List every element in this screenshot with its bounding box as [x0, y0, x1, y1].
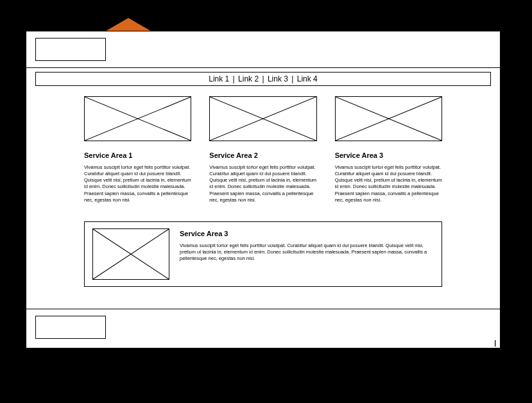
wireframe-page: Link 1 | Link 2 | Link 3 | Link 4 Servic… — [26, 31, 501, 348]
nav-link-3[interactable]: Link 3 — [268, 74, 288, 83]
image-placeholder-icon — [92, 228, 169, 280]
feature-description: Vivamus suscipit tortor eget felis portt… — [180, 243, 434, 262]
feature-title: Service Area 3 — [180, 230, 434, 237]
nav-link-2[interactable]: Link 2 — [238, 74, 259, 83]
service-card-3: Service Area 3 Vivamus suscipit tortor e… — [335, 96, 442, 203]
service-card-1: Service Area 1 Vivamus suscipit tortor e… — [84, 96, 191, 203]
service-title: Service Area 2 — [209, 151, 316, 159]
page-mark: | — [494, 339, 496, 347]
nav-bar: Link 1 | Link 2 | Link 3 | Link 4 — [35, 72, 491, 86]
image-placeholder-icon — [335, 96, 442, 141]
nav-separator: | — [291, 74, 293, 83]
service-description: Vivamus suscipit tortor eget felis portt… — [335, 164, 442, 203]
nav-link-4[interactable]: Link 4 — [297, 74, 318, 83]
nav-link-1[interactable]: Link 1 — [209, 74, 229, 83]
service-description: Vivamus suscipit tortor eget felis portt… — [209, 164, 316, 203]
footer-logo-placeholder — [35, 316, 106, 339]
logo-placeholder — [35, 38, 106, 61]
nav-separator: | — [233, 74, 235, 83]
header — [26, 31, 500, 68]
service-description: Vivamus suscipit tortor eget felis portt… — [84, 164, 191, 203]
feature-card: Service Area 3 Vivamus suscipit tortor e… — [84, 221, 442, 287]
service-title: Service Area 3 — [335, 151, 442, 159]
footer: | — [26, 309, 500, 348]
image-placeholder-icon — [84, 96, 191, 141]
image-placeholder-icon — [209, 96, 316, 141]
main-content: Service Area 1 Vivamus suscipit tortor e… — [26, 86, 500, 309]
feature-text: Service Area 3 Vivamus suscipit tortor e… — [180, 228, 434, 280]
nav-separator: | — [262, 74, 264, 83]
services-row: Service Area 1 Vivamus suscipit tortor e… — [84, 96, 442, 203]
service-title: Service Area 1 — [84, 151, 191, 159]
service-card-2: Service Area 2 Vivamus suscipit tortor e… — [209, 96, 316, 203]
